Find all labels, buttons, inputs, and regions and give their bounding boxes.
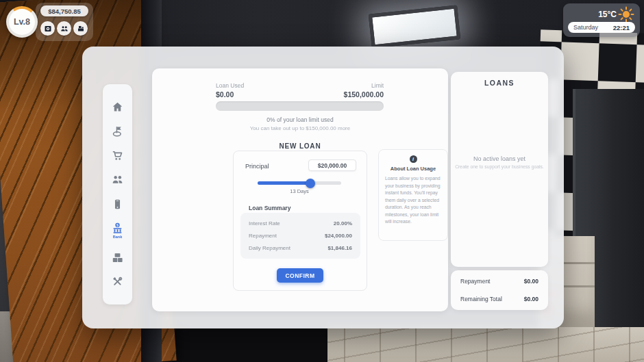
totals-row-repayment: Repayment $0.00 <box>460 278 538 285</box>
sidebar-item-staff[interactable] <box>106 174 129 185</box>
vault-icon <box>44 25 52 33</box>
interest-rate-label: Interest Rate <box>249 220 280 227</box>
vault-button[interactable] <box>40 21 55 36</box>
loans-list-card: LOANS No active loans yet Create one to … <box>451 72 548 267</box>
duration-slider-fill <box>258 181 310 185</box>
sidebar-item-bank[interactable]: $ Bank <box>106 222 129 239</box>
clock-pill: Saturday 22:21 <box>568 22 635 33</box>
sidebar-item-home[interactable] <box>106 101 129 113</box>
sidebar-item-phone[interactable] <box>106 198 129 210</box>
sidebar-item-upgrades[interactable] <box>106 276 129 287</box>
customers-icon <box>60 25 69 33</box>
repayment-label: Repayment <box>249 233 277 239</box>
loans-empty-title: No active loans yet <box>451 155 548 162</box>
about-loan-card: i About Loan Usage Loans allow you to ex… <box>378 149 448 241</box>
sidebar-item-market[interactable] <box>106 150 129 161</box>
loan-available-text: You can take out up to $150,000.00 more <box>152 125 448 131</box>
interest-rate-value: 20.00% <box>334 220 352 227</box>
phone-icon <box>112 198 123 210</box>
sun-icon <box>618 6 634 23</box>
sidebar-nav: $ Bank <box>103 84 132 305</box>
loan-limit-block: Limit $150,000.00 <box>317 82 384 99</box>
loan-percent-text: 0% of your loan limit used <box>152 116 448 123</box>
store-counter <box>156 327 327 362</box>
game-screen: Lv.8 $84,750.85 15°C Saturday 22:21 <box>0 0 644 362</box>
time-label: 22:21 <box>613 24 630 31</box>
new-loan-card: Principal $20,000.00 13 Days Loan Summar… <box>233 151 367 291</box>
loans-panel-title: LOANS <box>451 79 548 87</box>
customers-button[interactable] <box>57 21 71 36</box>
daily-repayment-value: $1,846.16 <box>327 245 352 251</box>
loans-empty-state: No active loans yet Create one to suppor… <box>451 155 548 169</box>
summary-row-repayment: Repayment $24,000.00 <box>249 233 352 239</box>
bank-icon: $ <box>112 222 123 234</box>
loan-totals-card: Repayment $0.00 Remaining Total $0.00 <box>451 270 548 310</box>
loan-limit-value: $150,000.00 <box>317 90 384 99</box>
storage-boxes-icon <box>112 252 123 263</box>
confirm-button[interactable]: CONFIRM <box>277 268 323 283</box>
totals-remaining-value: $0.00 <box>524 296 538 302</box>
repayment-value: $24,000.00 <box>325 233 352 239</box>
checkout-icon <box>77 25 85 33</box>
svg-text:$: $ <box>116 223 119 227</box>
level-badge: Lv.8 <box>6 6 38 38</box>
info-icon: i <box>410 155 417 163</box>
duration-slider[interactable] <box>258 181 341 185</box>
sidebar-item-milestones[interactable] <box>106 125 129 137</box>
bank-overlay: $ Bank Loan Used $0.00 Limit <box>82 47 564 328</box>
loan-used-label: Loan Used <box>216 82 244 89</box>
about-title: About Loan Usage <box>379 166 447 172</box>
store-floor-tiles <box>308 327 644 362</box>
loan-summary-title: Loan Summary <box>249 205 290 211</box>
duration-slider-thumb[interactable] <box>306 179 315 188</box>
bank-nav-label: Bank <box>113 235 122 239</box>
principal-label: Principal <box>245 163 269 170</box>
cart-icon <box>112 150 123 161</box>
staff-icon <box>112 174 123 185</box>
sidebar-item-storage[interactable] <box>106 252 129 263</box>
summary-row-daily: Daily Repayment $1,846.16 <box>249 245 352 251</box>
loan-limit-label: Limit <box>317 82 384 89</box>
loan-main-card: Loan Used $0.00 Limit $150,000.00 0% of … <box>152 68 448 311</box>
loans-empty-subtitle: Create one to support your business goal… <box>451 164 548 169</box>
totals-row-remaining: Remaining Total $0.00 <box>460 296 538 302</box>
loan-limit-progressbar <box>216 101 384 111</box>
level-label: Lv.8 <box>9 9 35 35</box>
day-label: Saturday <box>573 24 598 31</box>
money-display: $84,750.85 <box>40 5 88 16</box>
weather-panel: 15°C Saturday 22:21 <box>563 3 640 37</box>
temperature-label: 15°C <box>598 10 617 19</box>
tools-icon <box>112 276 123 287</box>
loan-used-block: Loan Used $0.00 <box>216 82 244 99</box>
loan-used-value: $0.00 <box>216 90 244 99</box>
home-icon <box>112 101 123 113</box>
totals-repayment-value: $0.00 <box>524 278 538 285</box>
about-body: Loans allow you to expand your business … <box>385 175 441 226</box>
milestone-flag-icon <box>112 125 123 137</box>
hud-icon-row <box>40 21 88 36</box>
loan-summary-box: Interest Rate 20.00% Repayment $24,000.0… <box>240 213 360 259</box>
duration-label: 13 Days <box>258 188 341 194</box>
summary-row-interest: Interest Rate 20.00% <box>249 220 352 227</box>
daily-repayment-label: Daily Repayment <box>249 245 290 251</box>
totals-repayment-label: Repayment <box>460 278 490 285</box>
totals-remaining-label: Remaining Total <box>460 296 502 302</box>
principal-input[interactable]: $20,000.00 <box>308 159 356 171</box>
checkout-button[interactable] <box>73 21 88 36</box>
